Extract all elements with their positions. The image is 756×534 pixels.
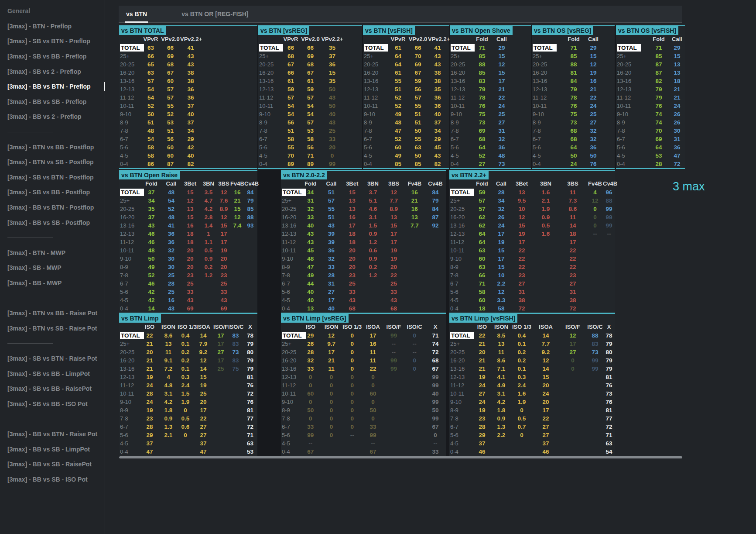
sidebar-item[interactable]: [3max] - BTN vs BB - Postflop (0, 139, 105, 155)
stat-cell: 43 (141, 221, 162, 230)
stat-cell: 99 (383, 365, 404, 373)
sidebar-item[interactable]: [3max] - BTN vs BB - Raise Pot (0, 306, 105, 321)
col-header: ISON (321, 323, 342, 331)
stat-cell: -- (404, 340, 425, 348)
stat-cell: 30 (669, 127, 685, 135)
stat-cell: 42 (141, 288, 162, 296)
stat-cell: 17 (558, 238, 587, 246)
stat-cell: 62 (472, 213, 492, 221)
stat-cell: 28 (140, 423, 159, 431)
stat-cell: 99 (425, 414, 446, 423)
row-label: 13-16 (449, 221, 472, 230)
col-header-spacer (119, 35, 141, 44)
stat-cell: 69 (408, 60, 428, 69)
col-header: Fold (300, 179, 321, 188)
stat-cell (404, 296, 425, 304)
stat-cell (404, 246, 425, 255)
stat-cell (230, 238, 244, 246)
stat-cell: 27 (584, 118, 602, 127)
stat-cell: 79 (648, 93, 669, 102)
sidebar-item[interactable]: [3max] - BTN - MWP (0, 245, 105, 261)
sidebar-item[interactable]: [3max] - SB vs BTN - Postflop (0, 170, 105, 185)
stat-cell: 7.9 (193, 340, 213, 348)
stat-cell: 34 (141, 196, 162, 205)
stat-cell: 4.1 (492, 373, 510, 381)
row-label: 7-8 (616, 127, 648, 135)
sidebar-item[interactable]: [3max] - SB vs BB - Postflop (0, 185, 105, 200)
stat-cell: 17 (493, 77, 511, 85)
stat-cell: 24 (140, 398, 159, 406)
sidebar-item[interactable]: [3max] - SB vs BB - RaisePot (0, 381, 105, 396)
stat-cell: 12 (587, 196, 603, 205)
stat-cell: 36 (162, 238, 181, 246)
stat-cell: 19 (492, 238, 510, 246)
stat-cell: 36 (162, 230, 181, 238)
sidebar-item[interactable]: [3max] - SB vs BTN - Preflop (0, 34, 105, 49)
sidebar-item[interactable]: [3max] - BTN vs SB - Raise Pot (0, 320, 105, 336)
stat-cell: -- (383, 340, 404, 348)
sidebar-item[interactable]: [3max] - SB - MWP (0, 260, 105, 276)
stat-cell: 22 (558, 246, 587, 255)
stat-cell: 41 (180, 44, 201, 52)
row-label: 5-6 (119, 143, 141, 152)
sidebar-item[interactable]: [3max] - BTN vs SB - Postflop (0, 155, 105, 170)
stat-cell: 0 (342, 389, 363, 398)
col-header: VPv2.2+ (320, 35, 344, 44)
stat-cell: 85 (472, 52, 493, 60)
stat-cell: 0.3 (178, 373, 193, 381)
sidebar-item[interactable]: [3max] - SB vs BB - Preflop (0, 49, 105, 64)
stat-cell: 0 (342, 365, 363, 373)
sidebar-item[interactable]: [3max] - BB vs SB - LimpPot (0, 441, 105, 457)
sidebar-item[interactable]: [3max] - BB - MWP (0, 276, 105, 291)
stats-grid: VPvRVPv2.0VPv2.2+TOTAL63664125+66694320-… (119, 35, 257, 168)
stat-cell: 70 (281, 152, 301, 160)
stat-cell: 99 (603, 213, 615, 221)
stat-cell: 81 (603, 406, 615, 414)
sidebar-item[interactable]: [3max] - BB vs SB - RaisePot (0, 457, 105, 472)
stat-cell: 58 (492, 304, 510, 313)
sidebar-item[interactable]: [3max] - BB vs SB - ISO Pot (0, 472, 105, 487)
sidebar-item[interactable]: [3max] - BTN - Preflop (0, 19, 105, 34)
stat-cell: 0.6 (363, 246, 383, 255)
tab-vs-btn[interactable]: vs BTN (125, 6, 148, 23)
sidebar-item[interactable]: [3max] - SB vs 2 - Preflop (0, 64, 105, 79)
stat-cell (213, 381, 228, 389)
stat-cell: 38 (510, 296, 533, 304)
sidebar-item[interactable]: [3max] - SB vs BB - LimpPot (0, 366, 105, 381)
col-header: 3BS (217, 179, 230, 188)
stat-cell: 4.2 (200, 205, 217, 213)
stat-cell (587, 263, 603, 271)
stat-cell: 36 (321, 246, 342, 255)
horizontal-scrollbar[interactable] (119, 456, 682, 458)
stat-cell: 12 (217, 213, 230, 221)
sidebar-item[interactable]: [3max] - BB vs SB - Preflop (0, 94, 105, 110)
stat-cell: 0.9 (363, 230, 383, 238)
stat-cell: 67 (408, 69, 428, 77)
stat-cell: 33 (300, 365, 321, 373)
sidebar-item[interactable]: [3max] - BB vs BTN - Raise Pot (0, 427, 105, 442)
stat-cell: 30 (162, 255, 181, 263)
stat-cell: 0 (342, 348, 363, 356)
stat-cell: 49 (388, 110, 408, 118)
sidebar-item[interactable]: [3max] - BB vs 2 - Preflop (0, 109, 105, 124)
stat-cell: 72 (510, 304, 533, 313)
sidebar-item[interactable]: [3max] - BB vs BTN - Preflop (0, 79, 105, 94)
row-label: 4-5 (258, 152, 281, 160)
stat-cell: 28 (162, 279, 181, 288)
stat-cell: 27 (193, 423, 213, 431)
sidebar-item[interactable]: [3max] - BB vs BTN - Postflop (0, 200, 105, 215)
stat-cell: 99 (425, 398, 446, 406)
stat-cell: 62 (472, 221, 492, 230)
sidebar-item[interactable]: [3max] - SB vs BTN - Raise Pot (0, 351, 105, 366)
tab-vs-btn-or-reg-fish[interactable]: vs BTN OR [REG-FISH] (181, 6, 249, 23)
stat-cell (244, 255, 257, 263)
stat-cell: 8.6 (492, 356, 510, 365)
sidebar-item[interactable]: [3max] - BB vs SB - Postflop (0, 215, 105, 230)
sidebar-item[interactable]: [3max] - SB vs BB - ISO Pot (0, 396, 105, 411)
stat-cell: 40 (425, 389, 446, 398)
row-label: 0-4 (119, 160, 141, 168)
stat-cell: 7.4 (230, 221, 244, 230)
stat-cell: 0.7 (510, 423, 533, 431)
row-label: 13-16 (450, 77, 472, 85)
row-label: 25+ (258, 52, 281, 60)
